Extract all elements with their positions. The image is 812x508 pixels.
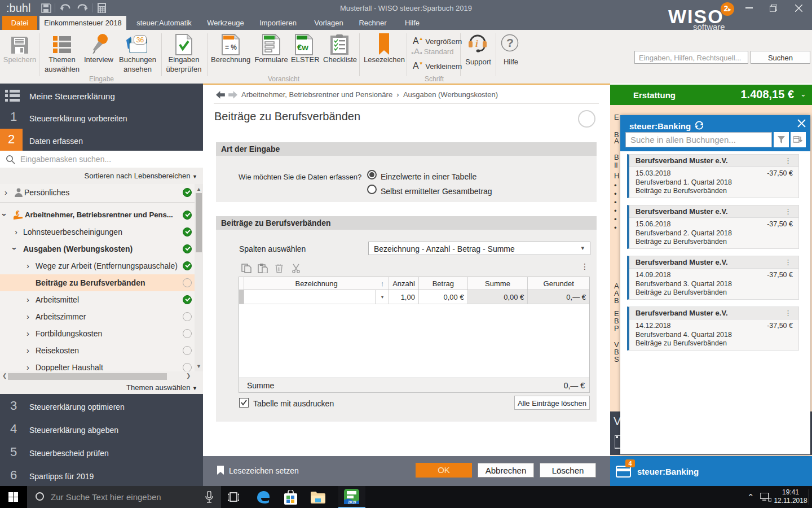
- svg-text:i: i: [475, 38, 478, 49]
- svg-text:2019: 2019: [348, 500, 356, 504]
- svg-text:= %: = %: [225, 43, 237, 51]
- svg-text:€w: €w: [297, 42, 308, 52]
- svg-text:?: ?: [506, 36, 514, 49]
